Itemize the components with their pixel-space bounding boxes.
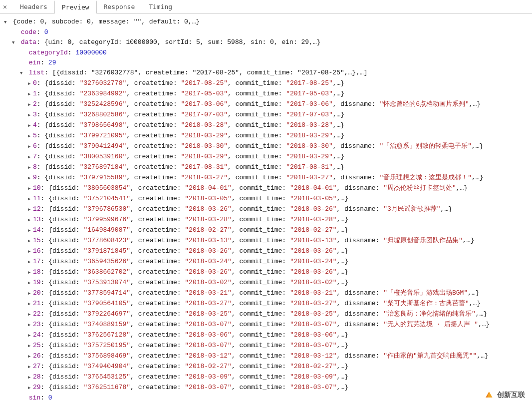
expand-icon[interactable] xyxy=(28,78,33,89)
expand-icon[interactable] xyxy=(28,120,33,131)
json-createtime: "2018-03-05" xyxy=(185,195,232,202)
watermark: 创新互联 xyxy=(484,390,525,400)
expand-icon[interactable] xyxy=(28,152,33,162)
expand-icon[interactable] xyxy=(28,236,33,246)
json-dissid: "3799599676" xyxy=(83,216,130,223)
expand-icon[interactable] xyxy=(28,257,33,267)
json-commit-time: "2018-03-26" xyxy=(290,268,337,276)
json-list-item[interactable]: 29: {dissid: "3762511678", createtime: "… xyxy=(28,383,530,393)
json-list-item[interactable]: 24: {dissid: "3762567128", createtime: "… xyxy=(28,330,530,341)
expand-icon[interactable] xyxy=(28,267,33,278)
json-commit-time: "2018-03-05" xyxy=(290,195,337,202)
expand-icon[interactable] xyxy=(28,225,33,236)
json-list-item[interactable]: 3: {dissid: "3268802586", createtime: "2… xyxy=(28,110,530,120)
json-list-item[interactable]: 7: {dissid: "3800539160", createtime: "2… xyxy=(28,152,530,162)
json-prop-code[interactable]: code: 0 xyxy=(12,27,530,37)
expand-icon[interactable] xyxy=(28,110,33,120)
expand-icon[interactable] xyxy=(28,246,33,257)
json-index: 22 xyxy=(33,310,41,318)
expand-icon[interactable] xyxy=(28,309,33,320)
json-key: sin xyxy=(29,394,40,402)
json-list-item[interactable]: 26: {dissid: "3756898469", createtime: "… xyxy=(28,351,530,362)
expand-icon[interactable] xyxy=(20,68,25,78)
json-list-item[interactable]: 14: {dissid: "1649849087", createtime: "… xyxy=(28,225,530,236)
json-commit-time: "2018-03-27" xyxy=(290,300,337,307)
json-list-item[interactable]: 2: {dissid: "3252428596", createtime: "2… xyxy=(28,99,530,110)
json-list-item[interactable]: 9: {dissid: "3797915589", createtime: "2… xyxy=(28,173,530,183)
expand-icon[interactable] xyxy=(28,215,33,225)
expand-icon[interactable] xyxy=(28,362,33,372)
json-preview-pane: {code: 0, subcode: 0, message: "", defau… xyxy=(0,14,532,405)
json-prop-ein[interactable]: ein: 29 xyxy=(20,58,530,68)
json-list-item[interactable]: 15: {dissid: "3778608423", createtime: "… xyxy=(28,236,530,246)
json-index: 21 xyxy=(33,300,41,307)
json-list-item[interactable]: 21: {dissid: "3790564105", createtime: "… xyxy=(28,299,530,309)
tab-preview[interactable]: Preview xyxy=(54,0,97,14)
json-list-item[interactable]: 20: {dissid: "3778594714", createtime: "… xyxy=(28,288,530,299)
expand-icon[interactable] xyxy=(28,278,33,288)
expand-icon[interactable] xyxy=(28,299,33,309)
json-list-item[interactable]: 11: {dissid: "3752104541", createtime: "… xyxy=(28,194,530,204)
json-createtime: "2018-03-07" xyxy=(185,384,232,391)
json-prop-categoryId[interactable]: categoryId: 10000000 xyxy=(20,48,530,58)
json-list-item[interactable]: 22: {dissid: "3792264697", createtime: "… xyxy=(28,309,530,320)
json-commit-time: "2018-02-27" xyxy=(290,363,337,370)
json-list-item[interactable]: 12: {dissid: "3796786530", createtime: "… xyxy=(28,204,530,215)
json-list-item[interactable]: 27: {dissid: "3749404904", createtime: "… xyxy=(28,362,530,372)
json-list-item[interactable]: 5: {dissid: "3799721095", createtime: "2… xyxy=(28,131,530,141)
json-prop-sortId[interactable]: sortId: 5 xyxy=(20,403,530,405)
expand-icon[interactable] xyxy=(28,351,33,362)
json-index: 8 xyxy=(33,163,37,171)
expand-icon[interactable] xyxy=(28,341,33,351)
json-list-item[interactable]: 0: {dissid: "3276032778", createtime: "2… xyxy=(28,78,530,89)
json-list-item[interactable]: 8: {dissid: "3276897184", createtime: "2… xyxy=(28,162,530,173)
json-list-item[interactable]: 13: {dissid: "3799599676", createtime: "… xyxy=(28,215,530,225)
expand-icon[interactable] xyxy=(12,37,17,48)
json-prop-list[interactable]: list: [{dissid: "3276032778", createtime… xyxy=(20,68,530,78)
json-dissname: "周杰伦粉丝打卡签到处" xyxy=(383,184,456,192)
expand-icon[interactable] xyxy=(28,383,33,393)
json-list-item[interactable]: 23: {dissid: "3740889159", createtime: "… xyxy=(28,320,530,330)
json-list-item[interactable]: 19: {dissid: "3753913074", createtime: "… xyxy=(28,278,530,288)
json-list-item[interactable]: 16: {dissid: "3791871845", createtime: "… xyxy=(28,246,530,257)
json-dissid: "3778594714" xyxy=(83,289,130,297)
json-list-item[interactable]: 28: {dissid: "3765453125", createtime: "… xyxy=(28,372,530,383)
expand-icon[interactable] xyxy=(28,141,33,152)
expand-icon[interactable] xyxy=(28,320,33,330)
json-index: 28 xyxy=(33,373,41,381)
expand-icon[interactable] xyxy=(28,162,33,173)
expand-icon[interactable] xyxy=(28,131,33,141)
json-list-item[interactable]: 17: {dissid: "3659435626", createtime: "… xyxy=(28,257,530,267)
json-list-item[interactable]: 10: {dissid: "3805603854", createtime: "… xyxy=(28,183,530,194)
json-prop-data[interactable]: data: {uin: 0, categoryId: 10000000, sor… xyxy=(12,37,530,48)
close-icon[interactable]: ✕ xyxy=(3,3,9,10)
json-dissid: "2363984992" xyxy=(80,90,127,97)
json-root[interactable]: {code: 0, subcode: 0, message: "", defau… xyxy=(4,17,530,27)
expand-icon[interactable] xyxy=(28,89,33,99)
expand-icon[interactable] xyxy=(28,288,33,299)
json-createtime: "2017-07-03" xyxy=(181,111,228,118)
json-createtime: "2017-08-31" xyxy=(181,163,228,171)
json-list-item[interactable]: 25: {dissid: "3757250195", createtime: "… xyxy=(28,341,530,351)
json-createtime: "2018-03-28" xyxy=(181,121,228,129)
json-list-item[interactable]: 18: {dissid: "3638662702", createtime: "… xyxy=(28,267,530,278)
json-dissid: "3800539160" xyxy=(80,153,127,160)
tab-headers[interactable]: Headers xyxy=(13,0,54,13)
json-key: categoryId xyxy=(29,49,68,56)
json-list-item[interactable]: 4: {dissid: "3798656498", createtime: "2… xyxy=(28,120,530,131)
json-key: ein xyxy=(29,59,40,66)
json-prop-sin[interactable]: sin: 0 xyxy=(20,393,530,403)
expand-icon[interactable] xyxy=(28,204,33,215)
json-list-item[interactable]: 1: {dissid: "2363984992", createtime: "2… xyxy=(28,89,530,99)
expand-icon[interactable] xyxy=(28,372,33,383)
expand-icon[interactable] xyxy=(28,194,33,204)
expand-icon[interactable] xyxy=(4,17,9,27)
json-dissid: "3268802586" xyxy=(80,111,127,118)
json-list-item[interactable]: 6: {dissid: "3790412494", createtime: "2… xyxy=(28,141,530,152)
expand-icon[interactable] xyxy=(28,173,33,183)
expand-icon[interactable] xyxy=(28,99,33,110)
expand-icon[interactable] xyxy=(28,183,33,194)
tab-response[interactable]: Response xyxy=(97,0,142,13)
expand-icon[interactable] xyxy=(28,330,33,341)
tab-timing[interactable]: Timing xyxy=(142,0,179,13)
